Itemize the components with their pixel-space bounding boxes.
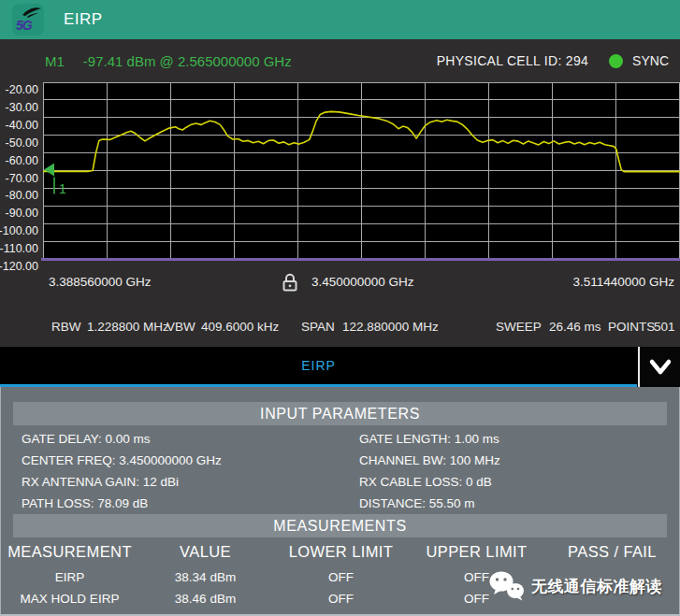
parameter-text: PATH LOSS: 78.09 dB [22,496,148,510]
chevron-down-icon [646,357,674,378]
rbw-value: 1.228800 MHz [87,320,169,334]
cell-status-group: PHYSICAL CELL ID: 294 SYNC [437,53,669,68]
y-tick-label: -20.00 [0,81,38,99]
y-tick-label: -30.00 [0,99,38,117]
sweep-settings-bar: RBW 1.228800 MHz VBW 409.6000 kHz SPAN 1… [0,320,680,338]
y-tick-label: -100.00 [0,222,38,240]
marker-m1-readout: -97.41 dBm @ 2.565000000 GHz [83,53,292,69]
vbw-label: VBW [166,320,195,334]
rbw-label: RBW [51,320,81,334]
sync-label: SYNC [632,53,669,68]
watermark: 无线通信标准解读 [488,570,662,602]
input-parameter-row: RX ANTENNA GAIN: 12 dBiRX CABLE LOSS: 0 … [1,471,680,493]
app-screen: 5G EIRP M1 -97.41 dBm @ 2.565000000 GHz … [0,0,680,616]
app-5g-logo-icon[interactable]: 5G [12,4,44,36]
sweep-label: SWEEP [496,320,542,334]
input-parameters-header: INPUT PARAMETERS [13,402,667,425]
measurements-header: MEASUREMENTS [13,514,667,537]
parameter-text: RX CABLE LOSS: 0 dB [359,475,492,489]
col-pass-fail: PASS / FAIL [544,543,680,561]
frequency-lock-icon[interactable] [281,271,299,294]
spectrum-plot[interactable]: 1 [43,82,680,261]
measurement-cell: MAX HOLD EIRP [2,592,137,606]
points-value: 501 [654,320,675,334]
input-parameter-row: GATE DELAY: 0.00 msGATE LENGTH: 1.00 ms [1,428,680,450]
wing-swoosh-icon [22,7,42,19]
y-tick-label: -90.00 [0,205,38,222]
marker-m1-label: M1 [45,53,65,69]
tab-eirp[interactable]: EIRP [0,347,637,387]
input-parameter-row: CENTER FREQ: 3.450000000 GHzCHANNEL BW: … [1,450,680,471]
span-label: SPAN [301,320,335,334]
span-value: 122.880000 MHz [342,320,439,334]
col-lower-limit: LOWER LIMIT [273,543,409,561]
y-tick-label: -50.00 [0,135,38,152]
physical-cell-id: PHYSICAL CELL ID: 294 [437,53,588,68]
page-title: EIRP [64,10,103,29]
vbw-value: 409.6000 kHz [201,320,279,334]
plot-bottom-baseline [41,258,680,261]
status-bar: M1 -97.41 dBm @ 2.565000000 GHz PHYSICAL… [0,39,680,82]
expand-panel-button[interactable] [638,347,680,387]
center-frequency-label[interactable]: 3.450000000 GHz [311,275,414,289]
measurement-tab-bar: EIRP [0,347,680,387]
start-frequency-label[interactable]: 3.388560000 GHz [49,275,152,289]
sync-status-dot-icon [609,54,623,68]
measurements-table-header: MEASUREMENT VALUE LOWER LIMIT UPPER LIMI… [2,539,680,564]
measurement-cell: OFF [273,592,409,606]
y-tick-label: -60.00 [0,152,38,170]
measurement-cell: 38.34 dBm [137,570,273,584]
parameter-text: RX ANTENNA GAIN: 12 dBi [22,475,179,489]
parameter-text: CHANNEL BW: 100 MHz [359,453,500,467]
col-value: VALUE [137,543,273,561]
points-label: POINTS [608,320,655,334]
input-parameter-row: PATH LOSS: 78.09 dBDISTANCE: 55.50 m [1,493,680,514]
marker-1[interactable]: 1 [44,164,66,196]
watermark-text: 无线通信标准解读 [531,576,662,597]
logo-5g-text: 5G [16,18,32,33]
wechat-icon [488,570,526,602]
parameter-text: CENTER FREQ: 3.450000000 GHz [22,453,222,467]
svg-text:1: 1 [59,181,66,196]
y-tick-label: -40.00 [0,117,38,135]
title-bar: 5G EIRP [0,0,680,39]
sweep-value: 26.46 ms [549,320,601,334]
col-upper-limit: UPPER LIMIT [409,543,544,561]
x-axis-labels: 3.388560000 GHz 3.450000000 GHz 3.511440… [0,273,680,294]
y-tick-label: -80.00 [0,187,38,205]
parameter-text: GATE DELAY: 0.00 ms [22,432,151,446]
y-tick-label: -70.00 [0,170,38,188]
y-tick-label: -110.00 [0,240,38,258]
parameter-text: DISTANCE: 55.50 m [359,496,475,510]
measurement-cell: OFF [273,570,409,584]
parameter-text: GATE LENGTH: 1.00 ms [359,432,499,446]
measurement-cell: EIRP [2,570,137,584]
col-measurement: MEASUREMENT [2,543,137,561]
measurement-cell: 38.46 dBm [137,592,273,606]
stop-frequency-label[interactable]: 3.511440000 GHz [572,275,674,289]
